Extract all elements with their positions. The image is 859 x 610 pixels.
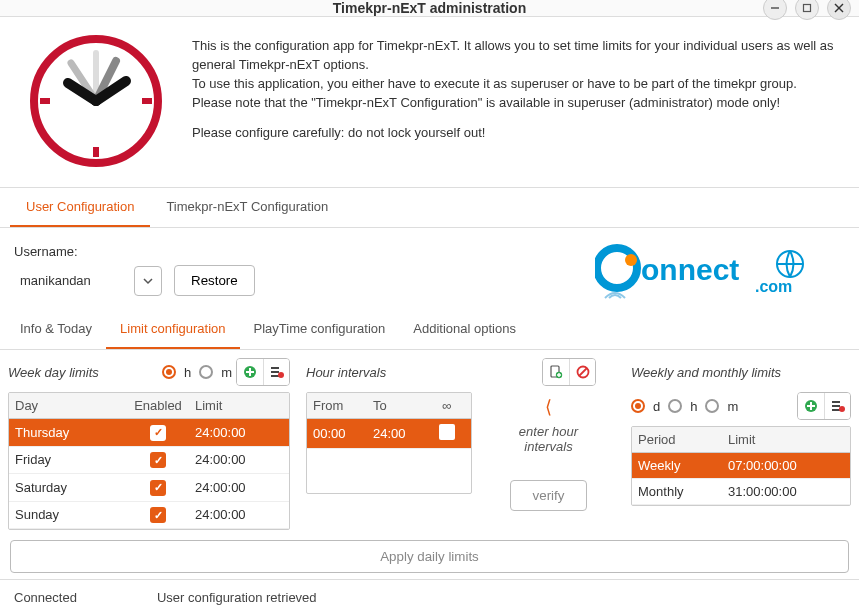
svg-point-15: [625, 254, 637, 266]
weekday-radio-h[interactable]: [162, 365, 176, 379]
weekday-cell-enabled[interactable]: [127, 419, 189, 446]
interval-cell-inf[interactable]: [427, 419, 467, 448]
username-value: manikandan: [14, 269, 124, 292]
weekly-add-button[interactable]: [798, 393, 824, 419]
weekday-cell-day: Sunday: [9, 502, 127, 527]
weekly-cell-limit: 31:00:00:00: [722, 479, 842, 504]
weekday-panel: Week day limits h m Day Enabled Limit Th…: [8, 356, 290, 530]
weekday-cell-day: Saturday: [9, 475, 127, 500]
weekday-cell-enabled[interactable]: [127, 474, 189, 501]
weekly-title: Weekly and monthly limits: [631, 365, 781, 380]
check-icon: [150, 425, 166, 441]
weekday-cell-limit: 24:00:00: [189, 420, 279, 445]
status-connected: Connected: [14, 590, 77, 605]
status-message: User configuration retrieved: [157, 590, 317, 605]
verify-button[interactable]: verify: [510, 480, 588, 511]
svg-rect-23: [271, 367, 279, 369]
weekly-radio-m[interactable]: [705, 399, 719, 413]
close-button[interactable]: [827, 0, 851, 20]
clock-icon: [26, 31, 166, 171]
weekday-row[interactable]: Sunday 24:00:00: [9, 502, 289, 530]
weekday-add-button[interactable]: [237, 359, 263, 385]
weekday-table: Day Enabled Limit Thursday 24:00:00Frida…: [8, 392, 290, 530]
list-remove-icon: [831, 399, 845, 413]
header-p4: Please configure carefully: do not lock …: [192, 124, 839, 143]
weekly-panel: Weekly and monthly limits d h m Period L…: [631, 356, 851, 530]
chevron-down-icon: [143, 276, 153, 286]
window-controls: [763, 0, 851, 20]
svg-rect-36: [832, 401, 840, 403]
interval-panel: Hour intervals From To ∞ 00:00: [306, 356, 596, 530]
weekday-remove-button[interactable]: [263, 359, 289, 385]
weekday-cell-day: Thursday: [9, 420, 127, 445]
main-tabs: User Configuration Timekpr-nExT Configur…: [0, 188, 859, 228]
apply-button[interactable]: Apply daily limits: [10, 540, 849, 573]
svg-point-26: [278, 372, 284, 378]
maximize-button[interactable]: [795, 0, 819, 20]
interval-table: From To ∞ 00:00 24:00: [306, 392, 472, 494]
svg-rect-12: [93, 147, 99, 157]
interval-th-to: To: [367, 393, 427, 418]
subtab-playtime[interactable]: PlayTime configuration: [240, 310, 400, 349]
interval-hint: enter hour intervals: [496, 424, 601, 454]
subtab-info[interactable]: Info & Today: [6, 310, 106, 349]
weekday-row[interactable]: Thursday 24:00:00: [9, 419, 289, 447]
interval-th-from: From: [307, 393, 367, 418]
list-remove-icon: [270, 365, 284, 379]
tab-timekpr-config[interactable]: Timekpr-nExT Configuration: [150, 188, 344, 227]
restore-button[interactable]: Restore: [174, 265, 255, 296]
weekly-radio-d[interactable]: [631, 399, 645, 413]
weekday-cell-day: Friday: [9, 447, 127, 472]
weekly-th-period: Period: [632, 427, 722, 452]
header-text: This is the configuration app for Timekp…: [192, 31, 839, 171]
weekday-cell-limit: 24:00:00: [189, 502, 279, 527]
username-dropdown[interactable]: [134, 266, 162, 296]
weekly-radio-h[interactable]: [668, 399, 682, 413]
page-add-icon: [549, 365, 563, 379]
weekday-row[interactable]: Friday 24:00:00: [9, 447, 289, 475]
svg-rect-10: [40, 98, 50, 104]
statusbar: Connected User configuration retrieved: [0, 579, 859, 610]
svg-rect-37: [832, 405, 840, 407]
header-p2: To use this application, you either have…: [192, 75, 839, 94]
weekly-remove-button[interactable]: [824, 393, 850, 419]
forbid-icon: [576, 365, 590, 379]
interval-add-button[interactable]: [543, 359, 569, 385]
svg-point-13: [91, 96, 101, 106]
interval-remove-button[interactable]: [569, 359, 595, 385]
weekday-radio-m[interactable]: [199, 365, 213, 379]
weekly-cell-limit: 07:00:00:00: [722, 453, 842, 478]
svg-point-39: [839, 406, 845, 412]
window-title: Timekpr-nExT administration: [333, 0, 526, 16]
config-area: Week day limits h m Day Enabled Limit Th…: [0, 350, 859, 536]
weekly-row[interactable]: Monthly 31:00:00:00: [632, 479, 850, 505]
svg-line-32: [579, 368, 587, 376]
weekday-row[interactable]: Saturday 24:00:00: [9, 474, 289, 502]
weekday-cell-limit: 24:00:00: [189, 447, 279, 472]
header-p1: This is the configuration app for Timekp…: [192, 37, 839, 75]
svg-rect-24: [271, 371, 279, 373]
minimize-button[interactable]: [763, 0, 787, 20]
tab-user-config[interactable]: User Configuration: [10, 188, 150, 227]
interval-row[interactable]: 00:00 24:00: [307, 419, 471, 449]
sub-tabs: Info & Today Limit configuration PlayTim…: [0, 310, 859, 350]
header-section: This is the configuration app for Timekp…: [0, 17, 859, 188]
weekday-title: Week day limits: [8, 365, 99, 380]
checkbox-empty-icon: [439, 424, 455, 440]
svg-text:.com: .com: [755, 278, 792, 295]
weekly-row[interactable]: Weekly 07:00:00:00: [632, 453, 850, 479]
weekday-th-day: Day: [9, 393, 127, 418]
weekday-cell-enabled[interactable]: [127, 502, 189, 529]
chevron-left-icon: ⟨: [545, 396, 552, 418]
interval-th-inf: ∞: [427, 393, 467, 418]
weekly-th-limit: Limit: [722, 427, 842, 452]
subtab-additional[interactable]: Additional options: [399, 310, 530, 349]
weekday-th-limit: Limit: [189, 393, 279, 418]
subtab-limit[interactable]: Limit configuration: [106, 310, 240, 349]
weekly-cell-period: Monthly: [632, 479, 722, 504]
titlebar: Timekpr-nExT administration: [0, 0, 859, 17]
weekly-table: Period Limit Weekly 07:00:00:00Monthly 3…: [631, 426, 851, 506]
check-icon: [150, 507, 166, 523]
weekday-cell-enabled[interactable]: [127, 447, 189, 474]
interval-hint-col: ⟨ enter hour intervals verify: [496, 396, 601, 511]
